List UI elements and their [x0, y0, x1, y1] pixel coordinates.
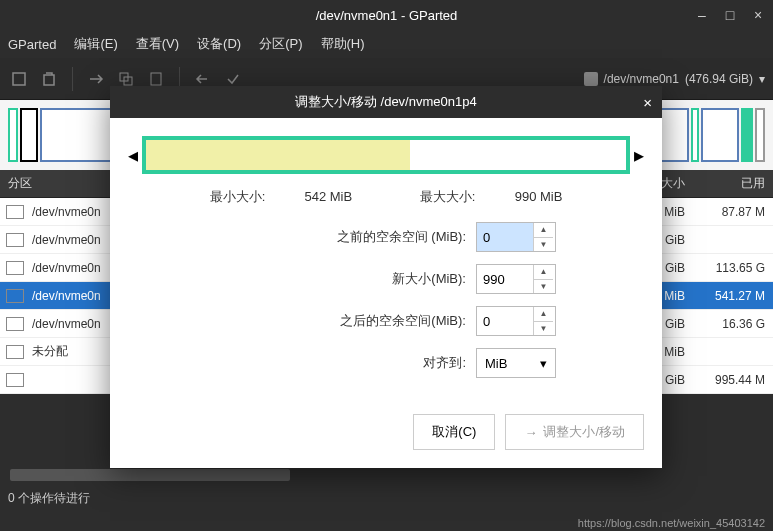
partition-used: 541.27 M: [693, 289, 773, 303]
slider-left-arrow[interactable]: ◂: [128, 143, 138, 167]
close-icon[interactable]: ×: [751, 7, 765, 23]
partition-color-icon: [6, 373, 24, 387]
arrow-right-icon: →: [524, 425, 537, 440]
partition-used: 995.44 M: [693, 373, 773, 387]
new-icon[interactable]: [8, 68, 30, 90]
align-select[interactable]: MiB ▾: [476, 348, 556, 378]
resize-move-dialog: 调整大小/移动 /dev/nvme0n1p4 × ◂ ▸ 最小大小: 542 M…: [110, 86, 662, 468]
chevron-down-icon: ▾: [759, 72, 765, 86]
partition-used: 16.36 G: [693, 317, 773, 331]
slider-used-region: [146, 140, 410, 170]
menu-device[interactable]: 设备(D): [197, 35, 241, 53]
resize-move-button[interactable]: → 调整大小/移动: [505, 414, 644, 450]
partition-slider[interactable]: [142, 136, 630, 174]
window-title: /dev/nvme0n1 - GParted: [316, 8, 458, 23]
pending-ops: 0 个操作待进行: [8, 490, 90, 507]
newsize-spinbox[interactable]: ▲▼: [476, 264, 556, 294]
resize-icon[interactable]: [85, 68, 107, 90]
partition-color-icon: [6, 317, 24, 331]
col-used[interactable]: 已用: [693, 175, 773, 192]
chevron-down-icon: ▾: [540, 356, 547, 371]
device-size: (476.94 GiB): [685, 72, 753, 86]
before-label: 之前的空余空间 (MiB):: [216, 228, 466, 246]
up-icon[interactable]: ▲: [534, 265, 553, 280]
slider-right-arrow[interactable]: ▸: [634, 143, 644, 167]
menu-edit[interactable]: 编辑(E): [74, 35, 117, 53]
dialog-title: 调整大小/移动 /dev/nvme0n1p4: [295, 93, 476, 111]
partition-color-icon: [6, 205, 24, 219]
menu-view[interactable]: 查看(V): [136, 35, 179, 53]
partition-color-icon: [6, 345, 24, 359]
align-label: 对齐到:: [216, 354, 466, 372]
newsize-input[interactable]: [477, 265, 533, 293]
down-icon[interactable]: ▼: [534, 322, 553, 336]
partition-used: 113.65 G: [693, 261, 773, 275]
col-partition[interactable]: 分区: [0, 175, 120, 192]
partition-color-icon: [6, 261, 24, 275]
delete-icon[interactable]: [38, 68, 60, 90]
statusbar: 0 个操作待进行: [0, 485, 773, 511]
svg-rect-0: [13, 73, 25, 85]
svg-rect-3: [151, 73, 161, 85]
dialog-titlebar[interactable]: 调整大小/移动 /dev/nvme0n1p4 ×: [110, 86, 662, 118]
device-selector[interactable]: /dev/nvme0n1 (476.94 GiB) ▾: [584, 72, 765, 86]
partition-color-icon: [6, 289, 24, 303]
after-input[interactable]: [477, 307, 533, 335]
disk-icon: [584, 72, 598, 86]
up-icon[interactable]: ▲: [534, 307, 553, 322]
before-input[interactable]: [477, 223, 533, 251]
dialog-close-icon[interactable]: ×: [643, 94, 652, 111]
after-label: 之后的空余空间(MiB):: [216, 312, 466, 330]
menu-partition[interactable]: 分区(P): [259, 35, 302, 53]
menubar: GParted 编辑(E) 查看(V) 设备(D) 分区(P) 帮助(H): [0, 30, 773, 58]
maximize-icon[interactable]: □: [723, 7, 737, 23]
scrollbar-thumb[interactable]: [10, 469, 290, 481]
titlebar: /dev/nvme0n1 - GParted – □ ×: [0, 0, 773, 30]
partition-used: 87.87 M: [693, 205, 773, 219]
after-spinbox[interactable]: ▲▼: [476, 306, 556, 336]
before-spinbox[interactable]: ▲▼: [476, 222, 556, 252]
cancel-button[interactable]: 取消(C): [413, 414, 495, 450]
watermark: https://blog.csdn.net/weixin_45403142: [578, 517, 765, 529]
device-label: /dev/nvme0n1: [604, 72, 679, 86]
partition-color-icon: [6, 233, 24, 247]
size-info: 最小大小: 542 MiB 最大大小: 990 MiB: [128, 188, 644, 206]
menu-gparted[interactable]: GParted: [8, 37, 56, 52]
up-icon[interactable]: ▲: [534, 223, 553, 238]
menu-help[interactable]: 帮助(H): [321, 35, 365, 53]
down-icon[interactable]: ▼: [534, 238, 553, 252]
down-icon[interactable]: ▼: [534, 280, 553, 294]
minimize-icon[interactable]: –: [695, 7, 709, 23]
newsize-label: 新大小(MiB):: [216, 270, 466, 288]
